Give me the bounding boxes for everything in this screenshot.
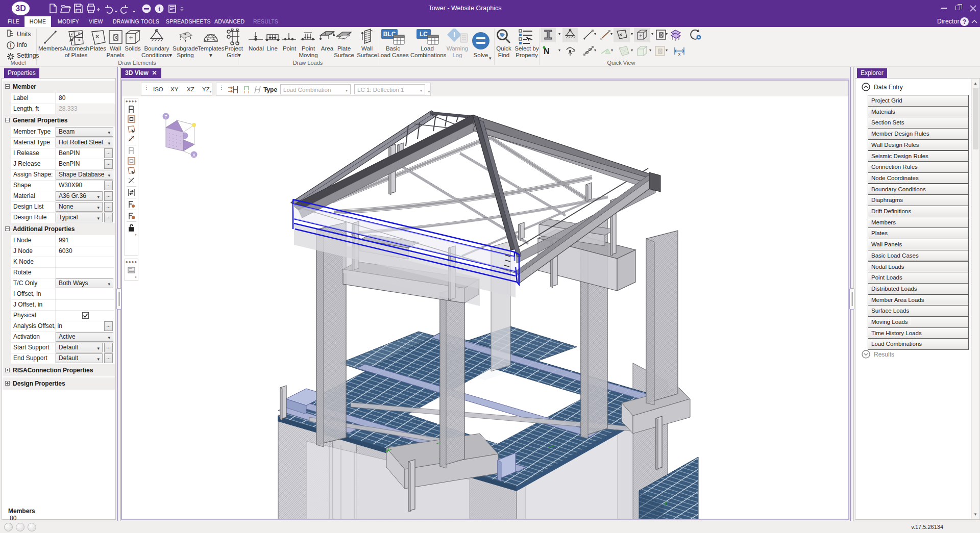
svg-text:i: i: [10, 43, 12, 48]
svg-text:X: X: [192, 153, 195, 158]
svg-text:!: !: [453, 31, 456, 39]
svg-text:x: x: [678, 52, 681, 57]
svg-text:LC: LC: [420, 31, 428, 38]
svg-text:Z: Z: [164, 114, 167, 119]
